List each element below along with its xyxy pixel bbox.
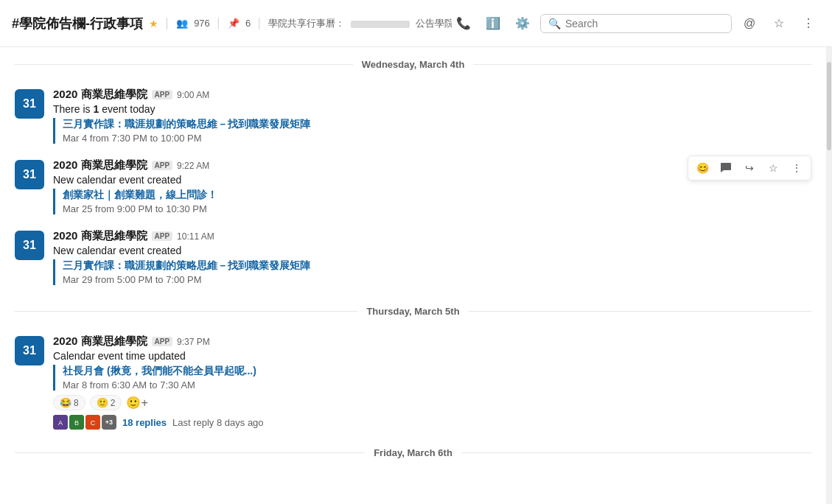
event-card-4: 社長月會 (揪竟，我們能不能全員早起呢...) Mar 8 from 6:30 …: [53, 365, 811, 391]
members-count: 976: [194, 18, 210, 29]
header-right: 📞 ℹ️ ⚙️ 🔍 @ ☆ ⋮: [452, 12, 820, 35]
replies-link[interactable]: 18 replies: [122, 417, 167, 428]
message-body-4: 2020 商業思維學院 APP 9:37 PM Calendar event t…: [53, 335, 811, 430]
event-title-2[interactable]: 創業家社｜創業難題，線上問診！: [63, 189, 811, 202]
avatar-4: 31: [15, 336, 44, 365]
event-title-3[interactable]: 三月實作課：職涯規劃的策略思維－找到職業發展矩陣: [63, 259, 811, 273]
forward-button[interactable]: ↪: [738, 158, 761, 178]
replies-time: Last reply 8 days ago: [172, 417, 264, 428]
event-title-4[interactable]: 社長月會 (揪竟，我們能不能全員早起呢...): [63, 365, 811, 378]
event-card-1: 三月實作課：職涯規劃的策略思維－找到職業發展矩陣 Mar 4 from 7:30…: [53, 118, 811, 144]
message-text-4: Calendar event time updated: [53, 350, 811, 362]
scrollbar-track: [826, 47, 832, 504]
add-reaction-button[interactable]: 🙂+: [126, 396, 147, 410]
date-label-fri: Friday, March 6th: [374, 447, 452, 458]
reaction-emoji-smile: 🙂: [97, 397, 108, 408]
more-actions-button[interactable]: ⋮: [786, 158, 808, 178]
header-meta: ★ │ 👥 976 │ 📌 6 │ 學院共享行事曆： 公告學院課程、活動相關訊: [149, 17, 452, 30]
add-reaction-icon: 🙂+: [126, 396, 147, 410]
event-time-1: Mar 4 from 7:30 PM to 10:00 PM: [63, 133, 811, 144]
event-time-4: Mar 8 from 6:30 AM to 7:30 AM: [63, 379, 811, 391]
sender-name-4: 2020 商業思維學院: [53, 335, 147, 349]
header-left: #學院佈告欄-行政事項 ★ │ 👥 976 │ 📌 6 │ 學院共享行事曆： 公…: [12, 15, 452, 32]
search-input[interactable]: [565, 18, 724, 29]
svg-text:C: C: [91, 419, 96, 427]
reply-avatar-1: A: [53, 415, 68, 430]
reaction-smile[interactable]: 🙂 2: [90, 395, 122, 410]
scrollbar-thumb[interactable]: [827, 62, 831, 150]
meta-description: 公告學院課程、活動相關訊: [416, 17, 452, 30]
date-label-thu: Thursday, March 5th: [366, 306, 459, 317]
hover-toolbar: 😊 ↪ ☆ ⋮: [688, 155, 811, 181]
messages-area[interactable]: Wednesday, March 4th 31 2020 商業思維學院 APP …: [0, 47, 826, 504]
avatar-1: 31: [15, 89, 44, 119]
gear-icon: ⚙️: [515, 16, 530, 30]
pins-icon: 📌: [228, 18, 240, 29]
app-badge-3: APP: [152, 231, 173, 241]
message-header-1: 2020 商業思維學院 APP 9:00 AM: [53, 88, 811, 102]
timestamp-4: 9:37 PM: [177, 337, 210, 347]
reply-avatar-img-1: A: [53, 415, 68, 430]
at-button[interactable]: @: [738, 12, 761, 35]
replies-row-4: A B C +3 18 replies Last reply 8 days ag…: [53, 415, 811, 430]
message-header-3: 2020 商業思維學院 APP 10:11 AM: [53, 229, 811, 243]
message-body-1: 2020 商業思維學院 APP 9:00 AM There is 1 event…: [53, 88, 811, 147]
message-3: 31 2020 商業思維學院 APP 10:11 AM New calendar…: [0, 223, 826, 294]
avatar-3: 31: [15, 231, 44, 260]
event-card-3: 三月實作課：職涯規劃的策略思維－找到職業發展矩陣 Mar 29 from 5:0…: [53, 259, 811, 285]
timestamp-1: 9:00 AM: [177, 90, 209, 100]
header: #學院佈告欄-行政事項 ★ │ 👥 976 │ 📌 6 │ 學院共享行事曆： 公…: [0, 0, 832, 47]
more-button[interactable]: ⋮: [797, 12, 820, 35]
reaction-emoji-laugh: 😂: [60, 397, 71, 408]
reply-avatar-img-2: B: [69, 415, 84, 430]
meta-separator-2: │: [216, 18, 222, 29]
sender-name-1: 2020 商業思維學院: [53, 88, 147, 102]
date-label-wed: Wednesday, March 4th: [362, 59, 465, 70]
reply-avatar-more: +3: [102, 415, 116, 430]
at-icon: @: [744, 17, 755, 30]
star-icon[interactable]: ★: [149, 18, 158, 29]
app-badge-1: APP: [152, 90, 173, 99]
reaction-laugh[interactable]: 😂 8: [53, 395, 85, 410]
date-divider-fri: Friday, March 6th: [0, 435, 826, 470]
reply-in-thread-icon: [720, 162, 732, 174]
message-text-1: There is 1 event today: [53, 103, 811, 115]
info-icon: ℹ️: [486, 16, 500, 30]
message-4: 31 2020 商業思維學院 APP 9:37 PM Calendar even…: [0, 329, 826, 435]
shared-value: [351, 18, 410, 29]
phone-button[interactable]: 📞: [452, 12, 475, 35]
pins-count: 6: [245, 18, 251, 29]
search-icon: 🔍: [548, 18, 561, 29]
reaction-count-smile: 2: [111, 398, 116, 408]
info-button[interactable]: ℹ️: [481, 12, 505, 35]
message-header-4: 2020 商業思維學院 APP 9:37 PM: [53, 335, 811, 349]
more-icon: ⋮: [803, 16, 814, 30]
event-card-2: 創業家社｜創業難題，線上問診！ Mar 25 from 9:00 PM to 1…: [53, 189, 811, 214]
settings-button[interactable]: ⚙️: [511, 12, 534, 35]
reply-avatars: A B C +3: [53, 415, 116, 430]
timestamp-2: 9:22 AM: [177, 161, 209, 171]
date-divider-wed: Wednesday, March 4th: [0, 47, 826, 82]
shared-label: 學院共享行事曆：: [268, 17, 345, 30]
bookmark-button[interactable]: ☆: [767, 12, 791, 35]
bookmark-icon: ☆: [774, 16, 784, 30]
members-icon: 👥: [176, 18, 188, 29]
meta-separator-3: │: [256, 18, 262, 29]
message-body-3: 2020 商業思維學院 APP 10:11 AM New calendar ev…: [53, 229, 811, 288]
meta-separator-1: │: [164, 18, 170, 29]
message-1: 31 2020 商業思維學院 APP 9:00 AM There is 1 ev…: [0, 82, 826, 153]
app-badge-2: APP: [152, 161, 173, 170]
channel-title: #學院佈告欄-行政事項: [12, 15, 143, 32]
reply-in-thread-button[interactable]: [715, 158, 737, 178]
sender-name-3: 2020 商業思維學院: [53, 229, 147, 243]
reply-avatar-2: B: [69, 415, 84, 430]
message-text-3: New calendar event created: [53, 245, 811, 256]
phone-icon: 📞: [456, 16, 471, 30]
message-2: 31 2020 商業思維學院 APP 9:22 AM New calendar …: [0, 153, 826, 223]
reactions-4: 😂 8 🙂 2 🙂+: [53, 395, 811, 410]
sender-name-2: 2020 商業思維學院: [53, 158, 147, 172]
search-box[interactable]: 🔍: [540, 14, 732, 33]
event-title-1[interactable]: 三月實作課：職涯規劃的策略思維－找到職業發展矩陣: [63, 118, 811, 131]
star-message-button[interactable]: ☆: [762, 158, 784, 178]
emoji-button[interactable]: 😊: [691, 158, 713, 178]
